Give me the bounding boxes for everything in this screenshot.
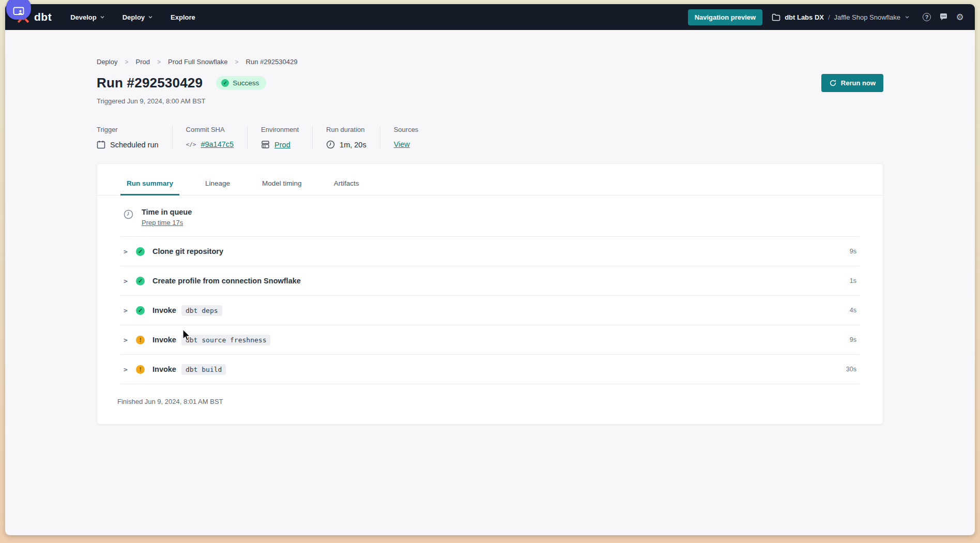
step-label: Create profile from connection Snowflake — [152, 277, 301, 285]
meta-commit-sha: Commit SHA </> #9a147c5 — [173, 126, 248, 149]
meta-environment: Environment Prod — [248, 126, 313, 149]
desktop-frame: dbt Develop Deploy Explore Navigation pr… — [0, 0, 980, 543]
nav-menu-explore[interactable]: Explore — [171, 13, 195, 21]
meta-label: Trigger — [97, 126, 159, 133]
tab-model-timing[interactable]: Model timing — [256, 175, 308, 195]
step-duration: 4s — [850, 307, 856, 314]
step-duration: 30s — [846, 366, 856, 373]
folder-icon — [772, 13, 780, 21]
status-badge: Success — [216, 76, 266, 90]
meta-run-duration: Run duration 1m, 20s — [313, 126, 380, 149]
feedback-icon[interactable] — [939, 12, 948, 22]
run-metadata: Trigger Scheduled run Commit SHA — [97, 126, 883, 149]
tab-lineage[interactable]: Lineage — [199, 175, 236, 195]
chevron-down-icon — [905, 14, 910, 20]
run-detail-page: Deploy > Prod > Prod Full Snowflake > Ru… — [5, 30, 975, 535]
step-label: Invoke — [152, 365, 176, 373]
account-project-switcher[interactable]: dbt Labs DX / Jaffle Shop Snowflake — [772, 13, 910, 21]
success-check-icon — [221, 79, 229, 87]
breadcrumb-prod[interactable]: Prod — [135, 58, 149, 66]
breadcrumb-separator: > — [235, 58, 239, 66]
breadcrumb-separator: > — [125, 58, 128, 66]
expand-chevron-icon[interactable]: > — [124, 366, 131, 373]
breadcrumb: Deploy > Prod > Prod Full Snowflake > Ru… — [97, 30, 883, 66]
clock-icon — [326, 140, 335, 149]
prep-time-link[interactable]: Prep time 17s — [142, 219, 183, 227]
step-command-code: dbt source freshness — [181, 335, 271, 345]
step-status-icon — [136, 247, 145, 256]
screen-share-icon — [13, 7, 24, 16]
step-row[interactable]: > Invoke dbt build 30s — [120, 355, 860, 384]
nav-icon-group — [922, 12, 964, 22]
screen-share-badge — [6, 0, 31, 20]
run-duration-value: 1m, 20s — [340, 141, 366, 149]
sources-view-link[interactable]: View — [394, 140, 410, 148]
top-nav: dbt Develop Deploy Explore Navigation pr… — [5, 4, 975, 30]
tab-bar: Run summary Lineage Model timing Artifac… — [97, 164, 883, 195]
expand-chevron-icon[interactable]: > — [124, 277, 131, 285]
step-label: Invoke — [152, 336, 176, 344]
mouse-cursor — [182, 329, 191, 342]
step-command-code: dbt build — [181, 364, 226, 375]
nav-menus: Develop Deploy Explore — [70, 13, 195, 21]
step-row[interactable]: > Invoke dbt deps 4s — [120, 296, 860, 325]
chevron-down-icon — [100, 14, 105, 20]
navigation-preview-button[interactable]: Navigation preview — [688, 9, 762, 25]
meta-trigger: Trigger Scheduled run — [97, 126, 173, 149]
step-duration: 9s — [850, 336, 856, 343]
step-status-icon — [136, 277, 145, 285]
step-row[interactable]: > Invoke dbt source freshness 9s — [120, 325, 860, 355]
scope-separator: / — [828, 13, 830, 21]
step-duration: 1s — [850, 277, 856, 284]
page-title: Run #292530429 — [97, 75, 203, 91]
expand-chevron-icon[interactable]: > — [124, 336, 131, 344]
step-command-code: dbt deps — [181, 305, 222, 316]
nav-menu-explore-label: Explore — [171, 13, 195, 21]
meta-label: Run duration — [326, 126, 366, 133]
breadcrumb-deploy[interactable]: Deploy — [97, 58, 117, 66]
nav-menu-develop[interactable]: Develop — [70, 13, 105, 21]
database-icon — [261, 140, 270, 149]
settings-icon[interactable] — [955, 12, 964, 22]
project-name: Jaffle Shop Snowflake — [834, 13, 900, 21]
trigger-value: Scheduled run — [110, 141, 159, 149]
breadcrumb-separator: > — [157, 58, 161, 66]
step-status-icon — [136, 306, 145, 315]
step-row[interactable]: > Create profile from connection Snowfla… — [120, 266, 860, 296]
expand-chevron-icon[interactable]: > — [124, 307, 131, 314]
triggered-timestamp: Triggered Jun 9, 2024, 8:00 AM BST — [97, 97, 883, 105]
calendar-icon — [97, 140, 105, 149]
refresh-icon — [829, 79, 837, 87]
dbt-cloud-window: dbt Develop Deploy Explore Navigation pr… — [5, 4, 975, 535]
chevron-down-icon — [148, 14, 153, 20]
time-in-queue-row: Time in queue Prep time 17s — [120, 195, 860, 237]
step-row[interactable]: > Clone git repository 9s — [120, 237, 860, 266]
run-header: Run #292530429 Success Rerun now — [97, 74, 883, 92]
nav-menu-develop-label: Develop — [70, 13, 97, 21]
step-status-icon — [136, 365, 145, 374]
meta-label: Commit SHA — [186, 126, 234, 133]
expand-chevron-icon[interactable]: > — [124, 248, 131, 255]
code-icon: </> — [186, 141, 196, 148]
commit-sha-link[interactable]: #9a147c5 — [201, 140, 234, 148]
queue-clock-icon — [124, 209, 133, 219]
step-label: Invoke — [152, 306, 176, 314]
finished-timestamp: Finished Jun 9, 2024, 8:01 AM BST — [97, 384, 883, 419]
breadcrumb-run[interactable]: Run #292530429 — [246, 58, 298, 66]
step-label: Clone git repository — [152, 247, 223, 255]
account-name: dbt Labs DX — [785, 13, 824, 21]
environment-link[interactable]: Prod — [274, 141, 290, 149]
rerun-now-label: Rerun now — [841, 79, 876, 87]
nav-right: Navigation preview dbt Labs DX / Jaffle … — [688, 9, 964, 25]
meta-sources: Sources View — [380, 126, 432, 149]
meta-label: Environment — [261, 126, 299, 133]
help-icon[interactable] — [922, 12, 931, 22]
status-badge-label: Success — [233, 79, 259, 87]
breadcrumb-job[interactable]: Prod Full Snowflake — [168, 58, 228, 66]
time-in-queue-title: Time in queue — [142, 208, 192, 216]
tab-artifacts[interactable]: Artifacts — [328, 175, 365, 195]
dbt-logo-text: dbt — [34, 11, 52, 23]
nav-menu-deploy[interactable]: Deploy — [122, 13, 153, 21]
rerun-now-button[interactable]: Rerun now — [821, 74, 883, 92]
tab-run-summary[interactable]: Run summary — [120, 175, 179, 195]
